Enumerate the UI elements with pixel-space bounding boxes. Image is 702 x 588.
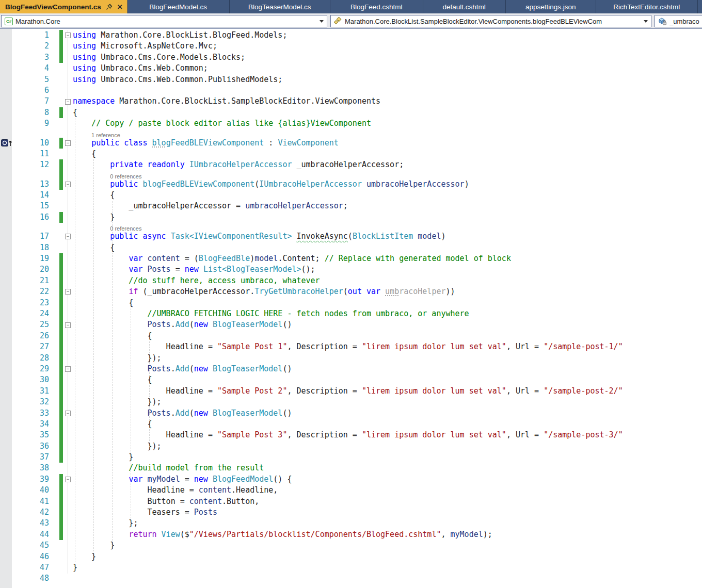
- breakpoint-margin[interactable]: [0, 364, 12, 374]
- code-text[interactable]: Headline = content.Headline,: [73, 485, 702, 496]
- breakpoint-margin[interactable]: [0, 223, 12, 231]
- breakpoint-margin[interactable]: [0, 41, 12, 52]
- code-text[interactable]: }: [73, 540, 702, 551]
- tab-appsettings-json[interactable]: appsettings.json: [506, 0, 596, 13]
- breakpoint-margin[interactable]: [0, 474, 12, 485]
- breakpoint-margin[interactable]: [0, 159, 12, 170]
- codelens-text-cell[interactable]: 0 references: [73, 171, 702, 179]
- tab-blogfeed-cshtml[interactable]: BlogFeed.cshtml: [330, 0, 423, 13]
- breakpoint-margin[interactable]: [0, 96, 12, 107]
- code-text[interactable]: //UMBRACO FETCHING LOGIC HERE - fetch no…: [73, 308, 702, 319]
- breakpoint-margin[interactable]: [0, 242, 12, 253]
- code-text[interactable]: }: [73, 452, 702, 463]
- code-text[interactable]: using Umbraco.Cms.Web.Common;: [73, 63, 702, 74]
- codelens-references-label[interactable]: 1 reference: [73, 131, 120, 138]
- collapse-region-icon[interactable]: −: [65, 140, 71, 146]
- codelens-references-label[interactable]: 0 references: [73, 224, 141, 231]
- tab-blogfeedviewcomponent[interactable]: BlogFeedViewComponent.cs ✕: [0, 0, 127, 13]
- code-text[interactable]: {: [73, 298, 702, 308]
- breakpoint-margin[interactable]: [0, 540, 12, 551]
- code-text[interactable]: using Marathon.Core.BlockList.BlogFeed.M…: [73, 30, 702, 41]
- code-text[interactable]: {: [73, 107, 702, 118]
- breakpoint-margin[interactable]: [0, 341, 12, 352]
- code-text[interactable]: //build model from the result: [73, 463, 702, 473]
- code-text[interactable]: });: [73, 397, 702, 407]
- code-text[interactable]: using Microsoft.AspNetCore.Mvc;: [73, 41, 702, 52]
- tab-blogteasermodel-cs[interactable]: BlogTeaserModel.cs: [230, 0, 330, 13]
- breakpoint-margin[interactable]: [0, 331, 12, 341]
- code-text[interactable]: namespace Marathon.Core.BlockList.Sample…: [73, 96, 702, 107]
- code-text[interactable]: private readonly IUmbracoHelperAccessor …: [73, 159, 702, 170]
- collapse-region-icon[interactable]: −: [65, 234, 71, 239]
- breakpoint-margin[interactable]: [0, 275, 12, 286]
- code-text[interactable]: [73, 573, 702, 584]
- breakpoint-margin[interactable]: [0, 507, 12, 518]
- code-text[interactable]: public async Task<IViewComponentResult> …: [73, 231, 702, 242]
- code-text[interactable]: var content = (BlogFeedBle)model.Content…: [73, 253, 702, 264]
- pin-icon[interactable]: [106, 4, 113, 10]
- code-text[interactable]: }: [73, 562, 702, 573]
- code-text[interactable]: Headline = "Sample Post 2", Description …: [73, 386, 702, 397]
- breakpoint-margin[interactable]: [0, 107, 12, 118]
- breakpoint-margin[interactable]: [0, 179, 12, 190]
- breakpoint-margin[interactable]: [0, 149, 12, 159]
- breakpoint-margin[interactable]: [0, 319, 12, 330]
- code-text[interactable]: public blogFeedBLEViewComponent(IUmbraco…: [73, 179, 702, 190]
- code-text[interactable]: using Umbraco.Cms.Web.Common.PublishedMo…: [73, 74, 702, 85]
- code-text[interactable]: }: [73, 212, 702, 223]
- code-text[interactable]: Posts.Add(new BlogTeaserModel(): [73, 319, 702, 330]
- code-text[interactable]: {: [73, 419, 702, 430]
- breakpoint-margin[interactable]: [0, 441, 12, 452]
- breakpoint-margin[interactable]: [0, 286, 12, 297]
- collapse-region-icon[interactable]: −: [65, 182, 71, 187]
- breakpoint-margin[interactable]: [0, 138, 12, 149]
- code-text[interactable]: Posts.Add(new BlogTeaserModel(): [73, 408, 702, 419]
- close-icon[interactable]: ✕: [117, 4, 123, 10]
- breakpoint-margin[interactable]: [0, 518, 12, 529]
- breakpoint-margin[interactable]: [0, 452, 12, 463]
- tab-blogfeedmodel-cs[interactable]: BlogFeedModel.cs: [127, 0, 230, 13]
- code-text[interactable]: {: [73, 242, 702, 253]
- code-text[interactable]: _umbracoHelperAccessor = umbracoHelperAc…: [73, 201, 702, 211]
- breakpoint-margin[interactable]: [0, 52, 12, 63]
- code-text[interactable]: return View($"/Views/Partials/blocklist/…: [73, 529, 702, 540]
- code-text[interactable]: using Umbraco.Cms.Core.Models.Blocks;: [73, 52, 702, 63]
- collapse-region-icon[interactable]: −: [65, 289, 71, 295]
- collapse-region-icon[interactable]: −: [65, 477, 71, 482]
- code-text[interactable]: });: [73, 441, 702, 452]
- breakpoint-margin[interactable]: [0, 573, 12, 584]
- type-dropdown[interactable]: Marathon.Core.BlockList.SampleBlockEdito…: [330, 15, 651, 27]
- breakpoint-margin[interactable]: [0, 171, 12, 179]
- code-text[interactable]: }: [73, 551, 702, 562]
- code-text[interactable]: var myModel = new BlogFeedModel() {: [73, 474, 702, 485]
- breakpoint-margin[interactable]: [0, 485, 12, 496]
- breakpoint-margin[interactable]: [0, 129, 12, 138]
- breakpoint-margin[interactable]: [0, 308, 12, 319]
- code-editor[interactable]: 1−using Marathon.Core.BlockList.BlogFeed…: [0, 29, 702, 588]
- code-text[interactable]: Posts.Add(new BlogTeaserModel(): [73, 364, 702, 374]
- tab-richtexteditor-cshtml[interactable]: RichTextEditor.cshtml: [596, 0, 698, 13]
- collapse-region-icon[interactable]: −: [65, 99, 71, 105]
- breakpoint-margin[interactable]: [0, 463, 12, 473]
- code-text[interactable]: {: [73, 331, 702, 341]
- member-dropdown[interactable]: _umbraco: [655, 15, 702, 27]
- breakpoint-margin[interactable]: [0, 298, 12, 308]
- breakpoint-margin[interactable]: [0, 562, 12, 573]
- codelens-text-cell[interactable]: 0 references: [73, 223, 702, 231]
- breakpoint-margin[interactable]: [0, 118, 12, 129]
- codelens-text-cell[interactable]: 1 reference: [73, 129, 702, 138]
- code-text[interactable]: Headline = "Sample Post 3", Description …: [73, 430, 702, 440]
- code-text[interactable]: if (_umbracoHelperAccessor.TryGetUmbraco…: [73, 286, 702, 297]
- breakpoint-margin[interactable]: [0, 430, 12, 440]
- breakpoint-margin[interactable]: [0, 353, 12, 364]
- code-text[interactable]: Teasers = Posts: [73, 507, 702, 518]
- code-text[interactable]: Headline = "Sample Post 1", Description …: [73, 341, 702, 352]
- tab-default-cshtml[interactable]: default.cshtml: [423, 0, 506, 13]
- code-text[interactable]: //do stuff here, access umbraco, whateve…: [73, 275, 702, 286]
- collapse-region-icon[interactable]: −: [65, 411, 71, 416]
- breakpoint-margin[interactable]: [0, 264, 12, 275]
- code-text[interactable]: [73, 85, 702, 96]
- code-text[interactable]: Button = content.Button,: [73, 496, 702, 507]
- collapse-region-icon[interactable]: −: [65, 32, 71, 38]
- breakpoint-margin[interactable]: [0, 85, 12, 96]
